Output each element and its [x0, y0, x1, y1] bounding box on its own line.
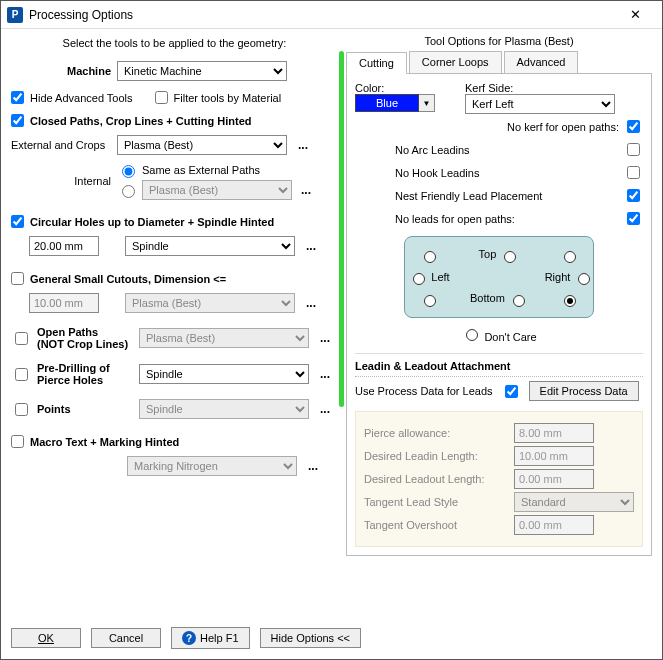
color-dropdown-icon[interactable]: ▼	[419, 94, 435, 112]
help-icon: ?	[182, 631, 196, 645]
predrill-more-button[interactable]: ...	[315, 364, 335, 384]
lead-left-label: Left	[431, 271, 449, 283]
lead-dont-care-radio[interactable]	[466, 329, 478, 341]
open-paths-more-button[interactable]: ...	[315, 328, 335, 348]
open-paths-checkbox[interactable]	[15, 332, 28, 345]
left-panel: Select the tools to be applied to the ge…	[11, 35, 338, 615]
external-crops-label: External and Crops	[11, 139, 111, 151]
lead-pos-bottom-left-radio[interactable]	[424, 295, 436, 307]
macro-more-button[interactable]: ...	[303, 456, 323, 476]
kerf-side-select[interactable]: Kerf Left	[465, 94, 615, 114]
lead-top-label: Top	[479, 248, 497, 260]
internal-tool-select[interactable]: Plasma (Best)	[142, 180, 292, 200]
color-label: Color:	[355, 82, 435, 94]
green-indicator-bar	[339, 51, 344, 407]
same-as-external-label: Same as External Paths	[142, 164, 260, 176]
macro-text-checkbox[interactable]	[11, 435, 24, 448]
lead-pos-right-radio[interactable]	[578, 273, 590, 285]
help-button[interactable]: ?Help F1	[171, 627, 250, 649]
filter-material-label: Filter tools by Material	[174, 92, 282, 104]
tab-body-cutting: Color: Blue ▼ Kerf Side: Kerf Left No ke…	[346, 74, 652, 556]
pierce-allowance-label: Pierce allowance:	[364, 427, 504, 439]
leadin-leadout-header: Leadin & Leadout Attachment	[355, 353, 643, 377]
close-icon[interactable]: ✕	[614, 2, 656, 28]
points-tool-select: Spindle	[139, 399, 309, 419]
open-paths-label: Open Paths(NOT Crop Lines)	[37, 326, 133, 350]
machine-select[interactable]: Kinetic Machine	[117, 61, 287, 81]
lead-dont-care-label: Don't Care	[484, 331, 536, 343]
predrill-checkbox[interactable]	[15, 368, 28, 381]
footer: OK Cancel ?Help F1 Hide Options <<	[1, 619, 662, 659]
machine-label: Machine	[11, 65, 111, 77]
general-small-tool-select: Plasma (Best)	[125, 293, 295, 313]
tab-corner-loops[interactable]: Corner Loops	[409, 51, 502, 73]
no-hook-leadins-checkbox[interactable]	[627, 166, 640, 179]
lead-bottom-label: Bottom	[470, 292, 505, 304]
external-tool-more-button[interactable]: ...	[293, 135, 313, 155]
nest-friendly-label: Nest Friendly Lead Placement	[395, 190, 542, 202]
nest-friendly-checkbox[interactable]	[627, 189, 640, 202]
lead-pos-top-radio[interactable]	[504, 251, 516, 263]
no-arc-leadins-checkbox[interactable]	[627, 143, 640, 156]
lead-pos-bottom-right-radio[interactable]	[564, 295, 576, 307]
predrill-tool-select[interactable]: Spindle	[139, 364, 309, 384]
tab-cutting[interactable]: Cutting	[346, 52, 407, 74]
tool-options-title: Tool Options for Plasma (Best)	[346, 35, 652, 47]
same-as-external-radio[interactable]	[122, 165, 135, 178]
app-icon: P	[7, 7, 23, 23]
cancel-button[interactable]: Cancel	[91, 628, 161, 648]
tangent-overshoot-label: Tangent Overshoot	[364, 519, 504, 531]
leadin-length-label: Desired Leadin Length:	[364, 450, 504, 462]
use-process-leads-label: Use Process Data for Leads	[355, 385, 493, 397]
predrill-label: Pre-Drilling ofPierce Holes	[37, 362, 133, 386]
tangent-lead-style-select: Standard	[514, 492, 634, 512]
tab-advanced[interactable]: Advanced	[504, 51, 579, 73]
internal-tool-more-button[interactable]: ...	[296, 180, 316, 200]
pierce-allowance-input	[514, 423, 594, 443]
no-kerf-open-checkbox[interactable]	[627, 120, 640, 133]
internal-label: Internal	[11, 175, 111, 187]
lead-position-box: Top Left Right Bottom	[404, 236, 594, 318]
kerf-side-label: Kerf Side:	[465, 82, 643, 94]
leadout-length-input	[514, 469, 594, 489]
circular-holes-label: Circular Holes up to Diameter + Spindle …	[30, 216, 274, 228]
hide-advanced-checkbox[interactable]	[11, 91, 24, 104]
internal-tool-radio[interactable]	[122, 185, 135, 198]
lead-pos-top-left-radio[interactable]	[424, 251, 436, 263]
points-more-button[interactable]: ...	[315, 399, 335, 419]
filter-material-checkbox[interactable]	[155, 91, 168, 104]
general-small-checkbox[interactable]	[11, 272, 24, 285]
lead-right-label: Right	[545, 271, 571, 283]
window-title: Processing Options	[29, 8, 614, 22]
no-hook-leadins-label: No Hook Leadins	[395, 167, 479, 179]
external-tool-select[interactable]: Plasma (Best)	[117, 135, 287, 155]
leadin-length-input	[514, 446, 594, 466]
no-leads-open-checkbox[interactable]	[627, 212, 640, 225]
general-small-more-button[interactable]: ...	[301, 293, 321, 313]
circular-tool-more-button[interactable]: ...	[301, 236, 321, 256]
ok-button[interactable]: OK	[11, 628, 81, 648]
open-paths-tool-select: Plasma (Best)	[139, 328, 309, 348]
circular-diameter-input[interactable]	[29, 236, 99, 256]
tangent-overshoot-input	[514, 515, 594, 535]
circular-holes-checkbox[interactable]	[11, 215, 24, 228]
lead-pos-bottom-radio[interactable]	[513, 295, 525, 307]
circular-tool-select[interactable]: Spindle	[125, 236, 295, 256]
dialog-window: P Processing Options ✕ Select the tools …	[0, 0, 663, 660]
tabs: Cutting Corner Loops Advanced	[346, 51, 652, 74]
leadout-length-label: Desired Leadout Length:	[364, 473, 504, 485]
hide-advanced-label: Hide Advanced Tools	[30, 92, 133, 104]
lead-pos-top-right-radio[interactable]	[564, 251, 576, 263]
general-small-label: General Small Cutouts, Dimension <=	[30, 273, 226, 285]
hide-options-button[interactable]: Hide Options <<	[260, 628, 362, 648]
closed-paths-label: Closed Paths, Crop Lines + Cutting Hinte…	[30, 115, 252, 127]
color-swatch[interactable]: Blue	[355, 94, 419, 112]
points-checkbox[interactable]	[15, 403, 28, 416]
use-process-leads-checkbox[interactable]	[505, 385, 518, 398]
points-label: Points	[37, 403, 133, 415]
no-leads-open-label: No leads for open paths:	[395, 213, 515, 225]
edit-process-data-button[interactable]: Edit Process Data	[529, 381, 639, 401]
lead-pos-left-radio[interactable]	[413, 273, 425, 285]
closed-paths-checkbox[interactable]	[11, 114, 24, 127]
no-arc-leadins-label: No Arc Leadins	[395, 144, 470, 156]
